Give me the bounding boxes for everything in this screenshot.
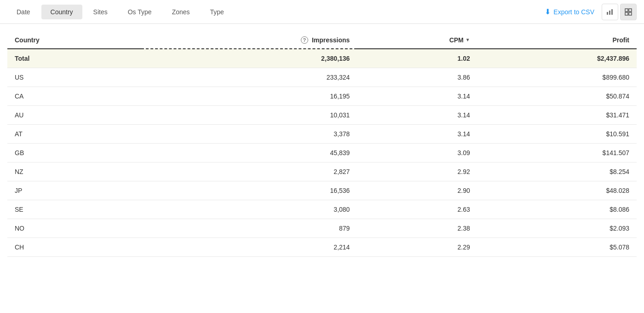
row-cpm: 3.86 — [357, 68, 477, 87]
tab-list: DateCountrySitesOs TypeZonesType — [7, 5, 545, 19]
download-icon: ⬇ — [545, 7, 551, 16]
row-cpm: 2.29 — [357, 238, 477, 257]
row-country: NZ — [7, 162, 141, 181]
row-cpm: 2.63 — [357, 200, 477, 219]
row-country: US — [7, 68, 141, 87]
view-toggle — [602, 4, 637, 20]
cpm-sort-icon: ▼ — [466, 37, 470, 42]
table-container: Country ? Impressions CPM ▼ Profit — [0, 24, 644, 257]
bar-chart-icon — [606, 8, 614, 16]
svg-rect-2 — [611, 9, 613, 15]
table-row: AU 10,031 3.14 $31.471 — [7, 106, 637, 125]
row-profit: $50.874 — [477, 87, 637, 106]
col-impressions-label: Impressions — [312, 36, 350, 44]
total-country: Total — [7, 49, 141, 68]
tab-bar: DateCountrySitesOs TypeZonesType ⬇ Expor… — [0, 0, 644, 24]
row-cpm: 2.92 — [357, 162, 477, 181]
col-cpm-label: CPM — [449, 36, 464, 44]
row-cpm: 3.14 — [357, 87, 477, 106]
row-impressions: 10,031 — [141, 106, 357, 125]
row-impressions: 16,195 — [141, 87, 357, 106]
row-profit: $10.591 — [477, 125, 637, 144]
row-profit: $2.093 — [477, 219, 637, 238]
tab-country[interactable]: Country — [41, 5, 82, 19]
svg-rect-0 — [607, 12, 608, 15]
row-profit: $31.471 — [477, 106, 637, 125]
table-row: NO 879 2.38 $2.093 — [7, 219, 637, 238]
table-row: CA 16,195 3.14 $50.874 — [7, 87, 637, 106]
total-profit: $2,437.896 — [477, 49, 637, 68]
row-impressions: 3,080 — [141, 200, 357, 219]
grid-icon — [625, 8, 632, 16]
row-impressions: 2,827 — [141, 162, 357, 181]
svg-rect-6 — [629, 12, 632, 15]
svg-rect-4 — [629, 9, 632, 12]
row-profit: $899.680 — [477, 68, 637, 87]
table-row: GB 45,839 3.09 $141.507 — [7, 144, 637, 162]
row-profit: $5.078 — [477, 238, 637, 257]
row-country: CH — [7, 238, 141, 257]
toolbar-right: ⬇ Export to CSV — [545, 4, 637, 20]
export-csv-button[interactable]: ⬇ Export to CSV — [545, 7, 594, 16]
svg-rect-1 — [609, 11, 610, 15]
row-impressions: 45,839 — [141, 144, 357, 162]
impressions-help-icon[interactable]: ? — [301, 36, 308, 44]
col-header-country: Country — [7, 31, 141, 49]
col-profit-label: Profit — [612, 36, 629, 44]
col-header-cpm[interactable]: CPM ▼ — [357, 31, 477, 49]
row-impressions: 233,324 — [141, 68, 357, 87]
table-header: Country ? Impressions CPM ▼ Profit — [7, 31, 637, 49]
table-row: US 233,324 3.86 $899.680 — [7, 68, 637, 87]
row-country: CA — [7, 87, 141, 106]
table-row: JP 16,536 2.90 $48.028 — [7, 181, 637, 200]
tab-sites[interactable]: Sites — [84, 5, 117, 19]
col-country-label: Country — [15, 36, 40, 44]
row-impressions: 3,378 — [141, 125, 357, 144]
export-label: Export to CSV — [553, 8, 594, 16]
row-profit: $8.086 — [477, 200, 637, 219]
row-cpm: 3.14 — [357, 125, 477, 144]
row-country: GB — [7, 144, 141, 162]
row-cpm: 3.09 — [357, 144, 477, 162]
col-header-profit: Profit — [477, 31, 637, 49]
row-cpm: 2.38 — [357, 219, 477, 238]
row-country: NO — [7, 219, 141, 238]
row-country: JP — [7, 181, 141, 200]
row-impressions: 2,214 — [141, 238, 357, 257]
row-cpm: 3.14 — [357, 106, 477, 125]
row-impressions: 16,536 — [141, 181, 357, 200]
svg-rect-5 — [625, 12, 628, 15]
tab-type[interactable]: Type — [201, 5, 233, 19]
col-header-impressions: ? Impressions — [141, 31, 357, 49]
total-cpm: 1.02 — [357, 49, 477, 68]
row-impressions: 879 — [141, 219, 357, 238]
row-country: AU — [7, 106, 141, 125]
data-table: Country ? Impressions CPM ▼ Profit — [7, 31, 637, 257]
tab-os_type[interactable]: Os Type — [119, 5, 161, 19]
table-row: SE 3,080 2.63 $8.086 — [7, 200, 637, 219]
total-row: Total 2,380,136 1.02 $2,437.896 — [7, 49, 637, 68]
chart-view-button[interactable] — [602, 4, 618, 20]
table-row: CH 2,214 2.29 $5.078 — [7, 238, 637, 257]
table-row: AT 3,378 3.14 $10.591 — [7, 125, 637, 144]
row-profit: $141.507 — [477, 144, 637, 162]
table-body: Total 2,380,136 1.02 $2,437.896 US 233,3… — [7, 49, 637, 257]
svg-rect-3 — [625, 9, 628, 12]
table-row: NZ 2,827 2.92 $8.254 — [7, 162, 637, 181]
row-profit: $8.254 — [477, 162, 637, 181]
row-country: AT — [7, 125, 141, 144]
row-country: SE — [7, 200, 141, 219]
grid-view-button[interactable] — [620, 4, 637, 20]
row-profit: $48.028 — [477, 181, 637, 200]
tab-zones[interactable]: Zones — [163, 5, 199, 19]
row-cpm: 2.90 — [357, 181, 477, 200]
tab-date[interactable]: Date — [7, 5, 40, 19]
total-impressions: 2,380,136 — [141, 49, 357, 68]
